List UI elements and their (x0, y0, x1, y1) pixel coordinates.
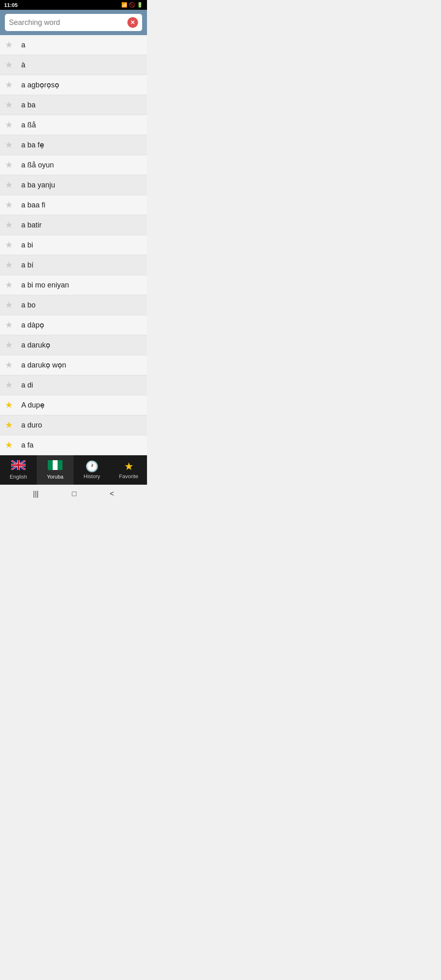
star-icon[interactable]: ★ (5, 199, 16, 211)
star-icon[interactable]: ★ (5, 279, 16, 291)
svg-rect-3 (58, 460, 62, 470)
list-item[interactable]: ★a bi mo eniyan (0, 275, 147, 295)
word-text: a bo (21, 301, 36, 310)
word-text: a bi (21, 241, 33, 249)
english-flag-icon (11, 460, 26, 472)
word-text: a ba fẹ (21, 140, 44, 149)
word-text: a ßå oyun (21, 161, 54, 169)
word-text: a agbọrọsọ (21, 80, 59, 89)
star-icon[interactable]: ★ (5, 439, 16, 451)
nav-item-english[interactable]: English (0, 455, 37, 485)
star-icon[interactable]: ★ (5, 379, 16, 391)
star-icon[interactable]: ★ (5, 399, 16, 411)
star-icon[interactable]: ★ (5, 119, 16, 131)
list-item[interactable]: ★à (0, 55, 147, 75)
nav-label-yoruba: Yoruba (47, 474, 64, 480)
word-text: a di (21, 381, 33, 390)
list-item[interactable]: ★a agbọrọsọ (0, 75, 147, 95)
search-bar: ✕ (0, 10, 147, 35)
list-item[interactable]: ★a bí (0, 255, 147, 275)
home-button[interactable]: □ (72, 490, 76, 498)
bottom-nav: English Yoruba 🕐 History ★ Favorite (0, 455, 147, 485)
nav-item-history[interactable]: 🕐 History (74, 455, 110, 485)
favorite-star-icon: ★ (124, 461, 134, 472)
word-text: A dupẹ (21, 401, 45, 410)
status-icons: 📶 🚫 🔋 (121, 2, 143, 8)
star-icon[interactable]: ★ (5, 239, 16, 251)
no-signal-icon: 🚫 (129, 2, 135, 8)
wifi-icon: 📶 (121, 2, 127, 8)
svg-rect-1 (48, 460, 53, 470)
star-icon[interactable]: ★ (5, 419, 16, 431)
star-icon[interactable]: ★ (5, 339, 16, 351)
word-text: a (21, 41, 25, 49)
word-text: a darukọ wọn (21, 361, 66, 370)
clear-button[interactable]: ✕ (127, 17, 138, 28)
status-time: 11:05 (4, 2, 18, 8)
word-text: a ba (21, 101, 36, 109)
nav-label-favorite: Favorite (119, 473, 138, 479)
list-item[interactable]: ★a baa fi (0, 195, 147, 215)
star-icon[interactable]: ★ (5, 39, 16, 51)
nav-item-favorite[interactable]: ★ Favorite (110, 455, 147, 485)
word-text: a fa (21, 441, 33, 450)
recent-apps-button[interactable]: ||| (33, 490, 39, 498)
list-item[interactable]: ★a darukọ (0, 335, 147, 355)
status-bar: 11:05 📶 🚫 🔋 (0, 0, 147, 10)
word-text: a bi mo eniyan (21, 281, 69, 290)
list-item[interactable]: ★a ßå oyun (0, 155, 147, 175)
word-text: a batir (21, 221, 42, 229)
word-text: a darukọ (21, 341, 50, 350)
word-text: a ßå (21, 121, 36, 129)
word-text: a baa fi (21, 201, 45, 209)
list-item[interactable]: ★a duro (0, 415, 147, 435)
word-text: à (21, 61, 25, 69)
word-text: a ba yanju (21, 181, 55, 189)
list-item[interactable]: ★a di (0, 375, 147, 395)
word-list: ★a★à★a agbọrọsọ★a ba★a ßå★a ba fẹ★a ßå o… (0, 35, 147, 455)
word-text: a duro (21, 421, 42, 430)
list-item[interactable]: ★a ba (0, 95, 147, 115)
star-icon[interactable]: ★ (5, 139, 16, 151)
star-icon[interactable]: ★ (5, 79, 16, 91)
list-item[interactable]: ★a darukọ wọn (0, 355, 147, 375)
list-item[interactable]: ★a ßå (0, 115, 147, 135)
list-item[interactable]: ★a batir (0, 215, 147, 235)
search-input-wrapper: ✕ (5, 14, 142, 31)
star-icon[interactable]: ★ (5, 99, 16, 111)
nav-label-history: History (84, 473, 100, 479)
star-icon[interactable]: ★ (5, 159, 16, 171)
list-item[interactable]: ★a (0, 35, 147, 55)
history-clock-icon: 🕐 (85, 461, 98, 472)
star-icon[interactable]: ★ (5, 259, 16, 271)
list-item[interactable]: ★a ba yanju (0, 175, 147, 195)
list-item[interactable]: ★a bo (0, 295, 147, 315)
list-item[interactable]: ★A dupẹ (0, 395, 147, 415)
svg-rect-2 (53, 460, 58, 470)
list-item[interactable]: ★a ba fẹ (0, 135, 147, 155)
list-item[interactable]: ★a bi (0, 235, 147, 255)
nav-item-yoruba[interactable]: Yoruba (37, 455, 74, 485)
star-icon[interactable]: ★ (5, 59, 16, 71)
battery-icon: 🔋 (137, 2, 143, 8)
list-item[interactable]: ★a fa (0, 435, 147, 455)
star-icon[interactable]: ★ (5, 179, 16, 191)
nav-label-english: English (10, 474, 27, 480)
word-text: a dàpọ (21, 321, 44, 330)
star-icon[interactable]: ★ (5, 319, 16, 331)
star-icon[interactable]: ★ (5, 299, 16, 311)
star-icon[interactable]: ★ (5, 219, 16, 231)
system-nav: ||| □ < (0, 485, 147, 503)
word-text: a bí (21, 261, 33, 270)
back-button[interactable]: < (110, 490, 114, 498)
list-item[interactable]: ★a dàpọ (0, 315, 147, 335)
search-input[interactable] (9, 18, 127, 27)
star-icon[interactable]: ★ (5, 359, 16, 371)
yoruba-flag-icon (48, 460, 62, 472)
